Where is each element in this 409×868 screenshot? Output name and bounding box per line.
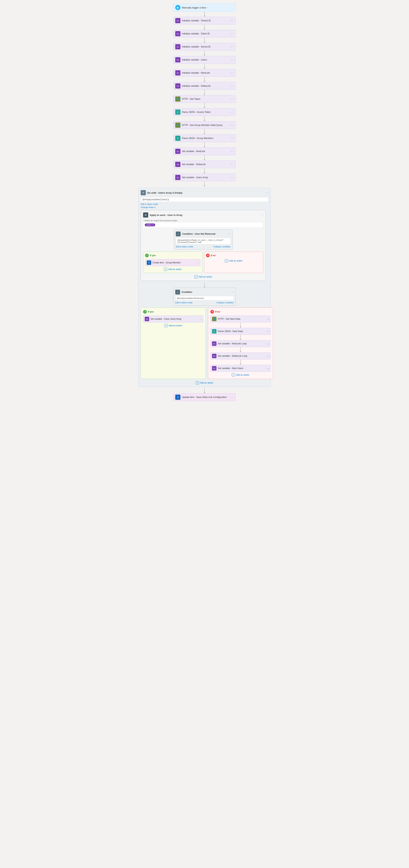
outer-condition-expr: @empty(variables('NextLink')) — [175, 296, 234, 300]
action-more-parse-token[interactable]: ··· — [230, 111, 234, 114]
action-card-set-next-users[interactable]: {x}Set variable - Next Users··· — [210, 365, 271, 372]
action-more-http-token[interactable]: ··· — [230, 97, 234, 101]
inner-branch-no: ✕ If no + Add an action — [204, 252, 263, 273]
action-more-set-nextlink[interactable]: ··· — [230, 150, 234, 153]
create-item-card[interactable]: S Create item - Group Member ··· — [145, 259, 200, 266]
action-card-set-nextlink[interactable]: {x}Set variable - NextLink··· — [173, 148, 236, 155]
action-label-init-secret: Initialize variable - Secret ID — [182, 45, 230, 48]
action-card-init-nextlink[interactable]: {x}Initialize variable - NextLink··· — [173, 69, 236, 77]
select-box[interactable]: Users ✕ — [143, 222, 263, 228]
action-card-init-users[interactable]: {x}Initialize variable - Users··· — [173, 56, 236, 64]
action-card-set-users-arr[interactable]: {x}Set variable - Users Array··· — [173, 174, 236, 181]
outer-add-action-yes[interactable]: + Add an action — [143, 324, 203, 327]
action-more-set-users-arr[interactable]: ··· — [230, 176, 234, 179]
clear-users-card[interactable]: {x} Set variable - Clear Users Array ··· — [143, 315, 203, 322]
action-icon-set-users-arr: {x} — [175, 175, 180, 180]
add-action-apply[interactable]: + Add an action — [143, 275, 263, 278]
action-icon-init-secret: {x} — [175, 44, 180, 49]
connector — [173, 37, 236, 43]
action-icon-set-deltalink: {x} — [175, 162, 180, 167]
inner-condition-wrap: ≡ Condition - User Not Removed ··· @equa… — [143, 229, 263, 252]
action-icon-set-deltalink-loop: {x} — [212, 354, 216, 358]
outer-no-label: ✕ If no — [210, 310, 271, 314]
action-card-set-deltalink-loop[interactable]: {x}Set variable - DeltaLink Loop··· — [210, 352, 271, 360]
final-connector — [204, 388, 205, 393]
action-more-set-nextlink-loop[interactable]: ··· — [267, 342, 269, 345]
action-icon-init-tenant: {x} — [175, 18, 180, 23]
action-more-http-group[interactable]: ··· — [230, 124, 234, 127]
final-action-icon: S — [175, 395, 180, 400]
add-action-dountil[interactable]: + Add an action — [196, 381, 213, 384]
inner-condition-more[interactable]: ··· — [228, 232, 231, 236]
change-limits[interactable]: Change limits ∨ — [141, 206, 268, 209]
final-action-card[interactable]: S Update item - Save Delta Link Configur… — [173, 393, 236, 401]
action-more-http-next[interactable]: ··· — [267, 318, 269, 320]
tag-remove[interactable]: ✕ — [152, 224, 154, 226]
create-item-more[interactable]: ··· — [196, 261, 199, 264]
action-more-set-next-users[interactable]: ··· — [267, 367, 269, 370]
trigger-card[interactable]: ▶ Manually trigger a flow ··· — [173, 4, 236, 11]
action-more-parse-next[interactable]: ··· — [267, 330, 269, 333]
inner-condition-card: ≡ Condition - User Not Removed ··· @equa… — [174, 229, 233, 250]
action-label-init-tenant: Initialize variable - Tenant ID — [182, 19, 230, 22]
clear-users-more[interactable]: ··· — [199, 317, 202, 321]
final-action-more[interactable]: ··· — [230, 396, 234, 399]
apply-more[interactable]: ··· — [261, 213, 263, 217]
inner-branch-yes: ✓ If yes S Create item - Group Member ··… — [143, 252, 202, 273]
action-card-parse-token[interactable]: {}Parse JSON - Access Token··· — [173, 108, 236, 116]
action-card-http-group[interactable]: 🌐HTTP - Get Group Member Initial Query··… — [173, 121, 236, 129]
action-card-set-deltalink[interactable]: {x}Set variable - DeltaLink··· — [173, 160, 236, 168]
outer-add-action-no[interactable]: + Add an action — [210, 373, 271, 377]
action-label-parse-next: Parse JSON - Next Data — [218, 330, 267, 333]
action-card-init-secret[interactable]: {x}Initialize variable - Secret ID··· — [173, 43, 236, 51]
action-more-init-secret[interactable]: ··· — [230, 45, 234, 49]
connector — [173, 90, 236, 95]
outer-add-no-icon: + — [232, 373, 235, 377]
outer-branch-no: ✕ If no 🌐HTTP - Get Next Data···{}Parse … — [208, 308, 273, 379]
action-more-parse-group[interactable]: ··· — [230, 136, 234, 140]
action-card-parse-next[interactable]: {}Parse JSON - Next Data··· — [210, 328, 271, 335]
apply-icon: ⊞ — [143, 212, 148, 218]
dountil-more[interactable]: ··· — [266, 191, 268, 194]
inner-condition-collapse[interactable]: Collapse condition — [213, 246, 231, 248]
outer-x-icon: ✕ — [210, 310, 214, 314]
action-card-set-nextlink-loop[interactable]: {x}Set variable - NextLink Loop··· — [210, 340, 271, 347]
clear-users-icon: {x} — [145, 317, 149, 321]
users-tag: Users ✕ — [145, 223, 155, 226]
action-icon-init-nextlink: {x} — [175, 70, 180, 75]
connector — [210, 335, 271, 340]
outer-condition-collapse[interactable]: Collapse condition — [216, 302, 234, 304]
add-action-yes[interactable]: + Add an action — [145, 268, 200, 271]
action-more-init-deltalink[interactable]: ··· — [230, 84, 234, 88]
action-more-init-users[interactable]: ··· — [230, 58, 234, 61]
apply-container: ⊞ Apply to each - User in Array ··· * Se… — [141, 210, 266, 281]
action-more-init-nextlink[interactable]: ··· — [230, 71, 234, 74]
action-card-init-deltalink[interactable]: {x}Initialize variable - DeltaLink··· — [173, 82, 236, 90]
action-icon-parse-token: {} — [175, 110, 180, 115]
action-more-set-deltalink-loop[interactable]: ··· — [267, 355, 269, 358]
dountil-edit-link[interactable]: Edit in basic mode — [141, 203, 158, 205]
outer-condition-edit[interactable]: Edit in basic mode — [175, 302, 193, 304]
create-item-label: Create item - Group Member — [152, 261, 196, 264]
add-action-no[interactable]: + Add an action — [206, 259, 261, 262]
action-more-set-deltalink[interactable]: ··· — [230, 163, 234, 166]
action-icon-set-nextlink: {x} — [175, 149, 180, 154]
action-card-parse-group[interactable]: {}Parse JSON - Group Members··· — [173, 134, 236, 142]
action-more-init-tenant[interactable]: ··· — [230, 19, 234, 22]
action-card-init-client[interactable]: {x}Initialize variable - Client ID··· — [173, 30, 236, 37]
outer-condition-wrap: ≡ Condition ··· @empty(variables('NextLi… — [141, 288, 268, 306]
inner-condition-edit[interactable]: Edit in basic mode — [176, 246, 193, 248]
action-card-http-token[interactable]: 🌐HTTP - Get Token··· — [173, 95, 236, 103]
outer-condition-card: ≡ Condition ··· @empty(variables('NextLi… — [173, 288, 236, 306]
outer-condition-more[interactable]: ··· — [231, 290, 234, 294]
action-label-parse-token: Parse JSON - Access Token — [182, 111, 230, 113]
action-card-http-next[interactable]: 🌐HTTP - Get Next Data··· — [210, 315, 271, 322]
action-icon-set-next-users: {x} — [212, 366, 216, 371]
dountil-title: Do until - Users Array is Empty — [147, 191, 266, 194]
action-more-init-client[interactable]: ··· — [230, 32, 234, 35]
action-card-init-tenant[interactable]: {x}Initialize variable - Tenant ID··· — [173, 17, 236, 25]
outer-check-icon: ✓ — [143, 310, 147, 314]
select-label: * Select an output from previous steps — [143, 219, 263, 222]
trigger-more[interactable]: ··· — [206, 6, 208, 9]
action-label-http-group: HTTP - Get Group Member Initial Query — [182, 124, 230, 126]
